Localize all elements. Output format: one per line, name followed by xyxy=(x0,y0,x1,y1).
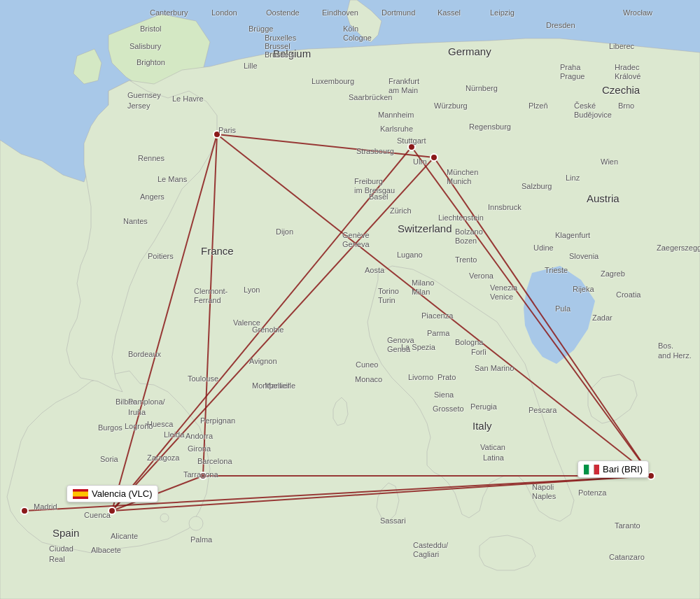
svg-point-1 xyxy=(189,516,203,530)
svg-point-19 xyxy=(408,143,415,150)
vlc-tooltip: Valencia (VLC) xyxy=(66,485,158,502)
map-container: CanterburyLondonBristolOostendeEindhoven… xyxy=(0,0,700,599)
bri-tooltip: Bari (BRI) xyxy=(578,460,649,478)
svg-point-21 xyxy=(21,507,28,514)
svg-point-2 xyxy=(160,514,169,522)
svg-point-20 xyxy=(200,472,206,479)
svg-rect-26 xyxy=(594,465,599,474)
svg-point-17 xyxy=(214,131,220,138)
map-background xyxy=(0,0,700,599)
svg-point-18 xyxy=(430,154,438,161)
italy-flag-icon xyxy=(584,465,599,474)
svg-rect-23 xyxy=(73,491,88,496)
svg-point-15 xyxy=(108,507,115,514)
vlc-tooltip-text: Valencia (VLC) xyxy=(92,488,152,499)
spain-flag-icon xyxy=(73,489,88,499)
svg-rect-25 xyxy=(589,465,594,474)
bri-tooltip-text: Bari (BRI) xyxy=(603,464,643,474)
